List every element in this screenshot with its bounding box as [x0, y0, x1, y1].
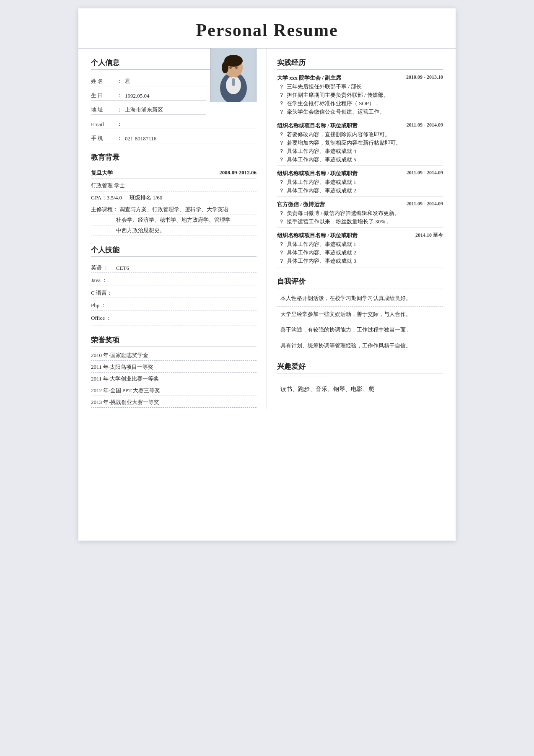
- courses-value3: 中西方政治思想史。: [116, 227, 165, 233]
- award-2: 2011 年·太阳鸟项目一等奖: [91, 362, 257, 373]
- exp-item-2: 组织名称或项目名称 / 职位或职责 2011.09 - 2014.09 ？具体工…: [277, 168, 443, 197]
- birth-label: 生 日: [91, 92, 114, 99]
- birth-field-row: 生 日 ： 1992.05.04: [91, 87, 206, 101]
- exp-3-org: 官方微信 / 微博运营: [277, 201, 325, 208]
- photo-area: [210, 48, 257, 102]
- exp-1-date: 2011.09 - 2014.09: [407, 122, 443, 129]
- edu-gpa: GPA：3.5/4.0: [91, 194, 122, 202]
- edu-degree: 行政管理 学士: [91, 180, 257, 192]
- edu-rank: 班级排名 1/60: [130, 194, 162, 202]
- self-eval-title: 自我评价: [277, 277, 443, 288]
- exp-item-1: 组织名称或项目名称 / 职位或职责 2011.09 - 2014.09 ？若要修…: [277, 120, 443, 166]
- award-5: 2013 年·挑战创业大赛一等奖: [91, 397, 257, 408]
- name-value: 君: [125, 78, 130, 85]
- skill-english-label: 英语 ：: [91, 264, 116, 272]
- phone-label: 手 机: [91, 135, 114, 142]
- hobbies-divider: [280, 376, 331, 376]
- exp-4-bullet-0: ？具体工作内容、事迹或成就 1: [277, 240, 443, 249]
- skill-english-value: CET6: [116, 265, 129, 272]
- edu-school-row: 复旦大学 2008.09-2012.06: [91, 168, 257, 179]
- address-label: 地 址: [91, 106, 114, 114]
- awards-section-title: 荣誉奖项: [91, 335, 257, 347]
- exp-4-bullet-1: ？具体工作内容、事迹或成就 2: [277, 249, 443, 257]
- address-field-row: 地 址 ： 上海市浦东新区: [91, 101, 206, 115]
- courses-row3: 中西方政治思想史。: [91, 225, 257, 236]
- email-label: Email: [91, 121, 114, 128]
- self-eval-p3: 具有计划、统筹协调等管理经验，工作作风精干自信。: [277, 338, 443, 354]
- exp-3-bullet-0: ？负责每日微博 / 微信内容筛选编辑和发布更新。: [277, 209, 443, 217]
- phone-field-row: 手 机 ： 021-80187116: [91, 130, 257, 143]
- exp-1-bullet-0: ？若要修改内容，直接删除原内容修改即可。: [277, 130, 443, 139]
- self-eval-p0: 本人性格开朗活泼，在校学习期间学习认真成绩良好。: [277, 291, 443, 307]
- hobbies-section-title: 兴趣爱好: [277, 362, 443, 373]
- svg-point-7: [229, 66, 232, 69]
- exp-4-org: 组织名称或项目名称 / 职位或职责: [277, 232, 358, 239]
- exp-0-bullet-1: ？担任副主席期间主要负责外联部 / 传媒部。: [277, 91, 443, 99]
- award-1: 2010 年·国家励志奖学金: [91, 350, 257, 361]
- exp-0-bullet-2: ？在学生会推行标准作业程序（ SOP），: [277, 99, 443, 108]
- right-column: 实践经历 大学 xxx 院学生会 / 副主席 2010.09 - 2013.10…: [267, 49, 443, 409]
- skill-office: Office ：: [91, 311, 257, 323]
- exp-0-date: 2010.09 - 2013.10: [406, 74, 443, 82]
- edu-gpa-row: GPA：3.5/4.0 班级排名 1/60: [91, 193, 257, 203]
- content-area: 个人信息: [78, 49, 456, 409]
- exp-1-bullet-3: ？具体工作内容、事迹或成就 5: [277, 155, 443, 164]
- exp-4-date: 2014.10 至今: [415, 232, 443, 239]
- skills-section-title: 个人技能: [91, 245, 257, 257]
- page-title: Personal Resume: [78, 20, 456, 40]
- email-field-row: Email ：: [91, 116, 257, 129]
- address-value: 上海市浦东新区: [125, 106, 163, 114]
- skill-java: Java ：: [91, 273, 257, 285]
- svg-point-6: [222, 62, 228, 73]
- skill-php: Php ：: [91, 298, 257, 311]
- exp-1-org: 组织名称或项目名称 / 职位或职责: [277, 122, 358, 129]
- svg-rect-10: [232, 78, 235, 86]
- experience-section-title: 实践经历: [277, 58, 443, 70]
- skill-c-label: C 语言：: [91, 289, 116, 297]
- skill-java-label: Java ：: [91, 277, 116, 284]
- exp-3-bullet-1: ？接手运营工作以来，粉丝数量增长了 30% 。: [277, 217, 443, 226]
- edu-period: 2008.09-2012.06: [219, 169, 257, 177]
- exp-2-date: 2011.09 - 2014.09: [407, 170, 443, 177]
- profile-photo: [213, 48, 254, 102]
- award-4: 2012 年·全国 PPT 大赛三等奖: [91, 386, 257, 396]
- exp-0-bullet-3: ？牵头学生会微信公众号创建、运营工作。: [277, 108, 443, 116]
- exp-1-bullet-1: ？若要增加内容，复制相应内容在新行粘贴即可。: [277, 139, 443, 147]
- exp-2-bullet-0: ？具体工作内容、事迹或成就 1: [277, 178, 443, 186]
- exp-0-org: 大学 xxx 院学生会 / 副主席: [277, 74, 341, 82]
- svg-point-8: [235, 66, 238, 69]
- exp-0-bullet-0: ？三年先后担任外联部干事 / 部长: [277, 83, 443, 91]
- courses-row2: 社会学、经济学、秘书学、地方政府学、管理学: [91, 215, 257, 225]
- courses-value2: 社会学、经济学、秘书学、地方政府学、管理学: [116, 217, 231, 223]
- exp-1-bullet-2: ？具体工作内容、事迹或成就 4: [277, 147, 443, 155]
- exp-item-0: 大学 xxx 院学生会 / 副主席 2010.09 - 2013.10 ？三年先…: [277, 72, 443, 118]
- resume-page: Personal Resume 个人信息: [78, 8, 456, 541]
- skill-english: 英语 ： CET6: [91, 260, 257, 273]
- courses-value1: 调查与方案、行政管理学、逻辑学、大学英语: [119, 206, 228, 212]
- skill-office-label: Office ：: [91, 314, 116, 322]
- self-eval-p2: 善于沟通，有较强的协调能力，工作过程中独当一面 .: [277, 322, 443, 338]
- exp-4-bullet-2: ？具体工作内容、事迹或成就 3: [277, 257, 443, 265]
- award-3: 2011 年·大学创业比赛一等奖: [91, 374, 257, 384]
- courses-label: 主修课程：: [91, 206, 118, 212]
- courses-row1: 主修课程： 调查与方案、行政管理学、逻辑学、大学英语: [91, 205, 257, 215]
- exp-2-bullet-1: ？具体工作内容、事迹或成就 2: [277, 186, 443, 195]
- phone-value: 021-80187116: [125, 135, 156, 142]
- left-column: 个人信息: [91, 49, 267, 409]
- exp-2-org: 组织名称或项目名称 / 职位或职责: [277, 170, 358, 177]
- exp-item-4: 组织名称或项目名称 / 职位或职责 2014.10 至今 ？具体工作内容、事迹或…: [277, 230, 443, 267]
- exp-3-date: 2011.09 - 2014.09: [407, 201, 443, 208]
- page-header: Personal Resume: [78, 8, 456, 49]
- skill-c: C 语言：: [91, 285, 257, 298]
- name-field-row: 姓 名 ： 君: [91, 73, 206, 86]
- self-eval-p1: 大学里经常参加一些文娱活动，善于交际，与人合作。: [277, 307, 443, 323]
- hobbies-text: 读书、跑步、音乐、钢琴、电影、爬: [277, 380, 443, 396]
- edu-school: 复旦大学: [91, 169, 113, 177]
- birth-value: 1992.05.04: [125, 93, 150, 99]
- skill-php-label: Php ：: [91, 302, 116, 309]
- education-section-title: 教育背景: [91, 153, 257, 164]
- skills-divider: [91, 326, 257, 326]
- name-label: 姓 名: [91, 78, 114, 85]
- exp-item-3: 官方微信 / 微博运营 2011.09 - 2014.09 ？负责每日微博 / …: [277, 199, 443, 228]
